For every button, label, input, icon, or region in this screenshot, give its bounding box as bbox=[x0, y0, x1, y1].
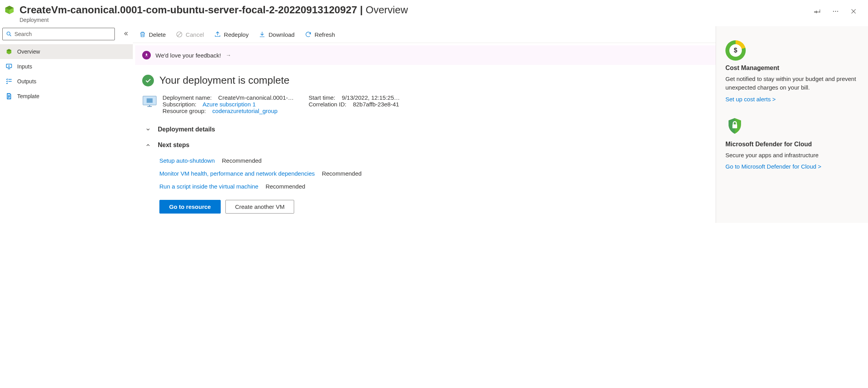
page-title: CreateVm-canonical.0001-com-ubuntu-serve… bbox=[20, 4, 813, 16]
cube-icon bbox=[5, 48, 13, 55]
rocket-icon bbox=[142, 51, 151, 59]
close-button[interactable] bbox=[848, 6, 859, 18]
resource-group-link[interactable]: coderazuretutorial_group bbox=[213, 108, 278, 114]
search-input-wrapper[interactable] bbox=[2, 28, 115, 40]
download-button[interactable]: Download bbox=[258, 29, 295, 40]
checklist-icon bbox=[5, 78, 13, 85]
trash-icon bbox=[139, 31, 146, 38]
svg-rect-7 bbox=[146, 99, 152, 103]
sidebar-item-label: Overview bbox=[17, 48, 40, 55]
sidebar-item-label: Template bbox=[17, 93, 39, 99]
cost-management-card: $ Cost Management Get notified to stay w… bbox=[725, 40, 859, 102]
more-button[interactable] bbox=[830, 6, 841, 18]
step-link[interactable]: Run a script inside the virtual machine bbox=[159, 183, 258, 190]
download-icon bbox=[259, 31, 266, 38]
sidebar-item-overview[interactable]: Overview bbox=[0, 44, 133, 59]
deployment-name-row: Deployment name: CreateVm-canonical.0001… bbox=[163, 94, 294, 101]
correlation-id-row: Correlation ID: 82b7affb-23e8-41 bbox=[309, 101, 400, 108]
svg-point-1 bbox=[835, 11, 836, 12]
refresh-button[interactable]: Refresh bbox=[304, 29, 336, 40]
create-another-vm-button[interactable]: Create another VM bbox=[225, 200, 295, 214]
sidebar-item-outputs[interactable]: Outputs bbox=[0, 74, 133, 89]
step-auto-shutdown: Setup auto-shutdown Recommended bbox=[159, 154, 706, 167]
success-check-icon bbox=[142, 75, 154, 86]
step-link[interactable]: Setup auto-shutdown bbox=[159, 157, 215, 164]
cost-alerts-link[interactable]: Set up cost alerts > bbox=[725, 96, 859, 102]
defender-card: Microsoft Defender for Cloud Secure your… bbox=[725, 117, 859, 170]
prohibit-icon bbox=[176, 31, 183, 38]
pin-button[interactable] bbox=[813, 6, 823, 18]
resource-group-row: Resource group: coderazuretutorial_group bbox=[163, 108, 294, 114]
sidebar-item-inputs[interactable]: Inputs bbox=[0, 59, 133, 74]
svg-point-0 bbox=[833, 11, 834, 12]
sidebar-item-template[interactable]: Template bbox=[0, 89, 133, 104]
shield-lock-icon bbox=[725, 117, 744, 135]
document-icon bbox=[5, 93, 13, 100]
cost-donut-icon: $ bbox=[725, 40, 746, 61]
step-monitor-vm: Monitor VM health, performance and netwo… bbox=[159, 167, 706, 180]
step-run-script: Run a script inside the virtual machine … bbox=[159, 180, 706, 193]
collapse-sidebar-button[interactable] bbox=[121, 29, 130, 40]
chevron-down-icon bbox=[145, 127, 151, 132]
upload-icon bbox=[214, 31, 221, 38]
monitor-down-icon bbox=[5, 63, 13, 70]
page-subtitle: Deployment bbox=[20, 17, 813, 23]
sidebar-item-label: Inputs bbox=[17, 63, 32, 70]
start-time-row: Start time: 9/13/2022, 12:15:25… bbox=[309, 94, 400, 101]
deployment-details-toggle[interactable]: Deployment details bbox=[145, 124, 706, 135]
svg-point-3 bbox=[7, 32, 10, 35]
defender-link[interactable]: Go to Microsoft Defender for Cloud > bbox=[725, 163, 859, 170]
search-icon bbox=[6, 31, 12, 37]
vm-monitor-icon bbox=[142, 95, 157, 108]
arrow-right-icon: → bbox=[226, 52, 231, 58]
svg-point-2 bbox=[837, 11, 838, 12]
step-link[interactable]: Monitor VM health, performance and netwo… bbox=[159, 170, 315, 177]
sidebar-item-label: Outputs bbox=[17, 78, 36, 84]
chevron-up-icon bbox=[145, 142, 151, 148]
next-steps-toggle[interactable]: Next steps bbox=[145, 139, 706, 151]
subscription-row: Subscription: Azure subscription 1 bbox=[163, 101, 294, 108]
search-input[interactable] bbox=[14, 31, 111, 37]
status-title: Your deployment is complete bbox=[159, 74, 289, 86]
refresh-icon bbox=[305, 31, 312, 38]
go-to-resource-button[interactable]: Go to resource bbox=[159, 200, 221, 214]
svg-rect-8 bbox=[732, 124, 737, 128]
delete-button[interactable]: Delete bbox=[138, 29, 166, 40]
subscription-link[interactable]: Azure subscription 1 bbox=[203, 101, 256, 108]
redeploy-button[interactable]: Redeploy bbox=[213, 29, 249, 40]
cancel-button: Cancel bbox=[175, 29, 205, 40]
feedback-banner[interactable]: We'd love your feedback! → bbox=[135, 45, 716, 65]
deployment-icon bbox=[3, 5, 16, 17]
